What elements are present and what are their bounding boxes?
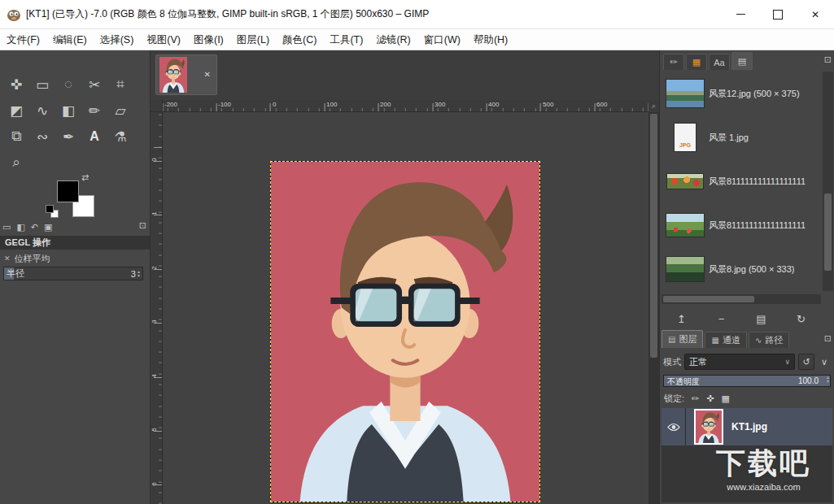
canvas-scrollbar-thumb[interactable] [650,114,657,358]
lock-label: 锁定: [664,393,684,405]
list-item[interactable]: JPG 风景 1.jpg [662,115,821,159]
image-thumbnail [666,173,704,189]
configure-tab-icon[interactable]: ⊡ [824,333,832,344]
horizontal-ruler[interactable]: -200 -100 0 100 200 300 400 500 600 [163,100,648,112]
remove-button[interactable]: − [709,310,735,328]
fonts-tab[interactable]: Aa [709,54,730,70]
menu-item-help[interactable]: 帮助(H) [467,29,514,50]
list-vertical-scrollbar[interactable] [823,72,833,291]
patterns-tab[interactable]: ▦ [686,54,707,70]
ink-tool-button[interactable]: ✒ [55,124,81,150]
list-item[interactable]: 风景8.jpg (500 × 333) [662,247,821,291]
opacity-label: 不透明度 [667,376,700,388]
menu-item-image[interactable]: 图像(I) [187,29,230,50]
refresh-button[interactable]: ↻ [788,310,814,328]
lock-position-icon[interactable]: ✜ [706,393,714,404]
canvas-vertical-scrollbar[interactable] [648,112,659,504]
menu-item-colors[interactable]: 颜色(C) [276,29,323,50]
minimize-button[interactable] [722,0,759,28]
tool-grid: ✜ ▭ ◌ ✂ ⌗ ◩ ∿ ◧ ✏ ▱ ⧉ ∾ ✒ A ⚗ ⌕ [3,72,137,176]
image-tab[interactable]: ✕ [155,54,217,95]
menu-item-file[interactable]: 文件(F) [0,29,46,50]
radius-slider[interactable]: 半径 3 ▴▾ [3,267,143,280]
lock-alpha-icon[interactable]: ▦ [722,393,730,404]
opacity-slider[interactable]: 不透明度 100.0 ▴▾ [663,375,831,387]
list-scrollbar-thumb[interactable] [824,193,832,271]
color-picker-tool-button[interactable]: ⚗ [107,124,133,150]
mode-dropdown[interactable]: 正常 ∨ [684,354,795,370]
warp-tool-button[interactable]: ∿ [29,98,55,124]
tab-paths[interactable]: ∿ 路径 [749,332,789,348]
lock-row: 锁定: ✏ ✜ ▦ [664,392,730,405]
gimp-window: [KT1] (已导入) -7.0 (RGB 颜色 8 位伽马整数, GIMP b… [0,0,834,504]
images-tab[interactable]: ▤ [731,52,753,70]
mode-label: 模式 [663,356,681,368]
ruler-corner[interactable] [151,100,163,112]
raise-views-button[interactable]: ↥ [669,310,695,328]
tool-options-tab-icon[interactable]: ▭ [2,222,11,232]
tab-close-icon[interactable]: ✕ [204,70,211,79]
menu-item-layer[interactable]: 图层(L) [230,29,276,50]
image-thumbnail: JPG [674,123,696,152]
menu-item-filters[interactable]: 滤镜(R) [369,29,417,50]
remove-operation-icon[interactable]: ✕ [4,254,11,263]
close-icon: ✕ [811,9,819,20]
gimp-logo-icon [7,7,21,22]
swap-colors-icon[interactable]: ⇄ [81,172,89,183]
menu-item-select[interactable]: 选择(S) [94,29,141,50]
undo-history-tab-icon[interactable]: ↶ [31,222,38,232]
eraser-tool-button[interactable]: ▱ [107,98,133,124]
rectangle-select-tool-button[interactable]: ▭ [29,72,55,98]
free-select-tool-button[interactable]: ◌ [55,72,81,98]
list-horizontal-scrollbar[interactable] [662,294,821,304]
image-thumbnail [666,256,705,282]
transform-tool-button[interactable]: ◩ [3,98,29,124]
foreground-color-swatch[interactable] [57,180,79,202]
canvas-image[interactable] [270,161,540,502]
minimize-icon [736,14,745,15]
image-tab-thumbnail [159,57,187,93]
menu-item-windows[interactable]: 窗口(W) [417,29,467,50]
crop-tool-button[interactable]: ⌗ [107,72,133,98]
paintbrush-tool-button[interactable]: ✏ [81,98,107,124]
configure-tab-icon[interactable]: ⊡ [139,220,146,231]
mode-history-button[interactable]: ↺ [798,354,814,370]
menu-item-view[interactable]: 视图(V) [140,29,187,50]
default-colors-icon[interactable] [46,205,59,218]
layer-row[interactable]: KT1.jpg [662,408,832,445]
tab-layers[interactable]: ▤ 图层 [662,330,703,348]
maximize-button[interactable] [759,0,797,28]
lock-pixels-icon[interactable]: ✏ [692,393,699,404]
avatar-artwork [270,161,540,502]
mode-options-button[interactable]: ∨ [818,354,831,370]
device-status-tab-icon[interactable]: ◧ [16,222,24,232]
pointer-tab-icon[interactable]: ▣ [44,222,52,232]
move-tool-button[interactable]: ✜ [3,72,29,98]
close-button[interactable]: ✕ [797,0,834,28]
brushes-tab[interactable]: ✏ [663,54,684,70]
image-name: 风景 1.jpg [709,132,749,144]
vertical-ruler[interactable]: 0 1 2 3 4 5 6 [151,112,163,504]
scissors-select-tool-button[interactable]: ✂ [81,72,107,98]
layer-visibility-toggle[interactable] [662,408,686,445]
list-item[interactable]: 风景811111111111111111 [662,203,821,247]
list-hscrollbar-thumb[interactable] [663,296,754,302]
list-item[interactable]: 风景12.jpg (500 × 375) [662,72,821,115]
ruler-zoom-icon[interactable]: ⌕ [648,100,659,112]
bucket-fill-tool-button[interactable]: ◧ [55,98,81,124]
tab-channels[interactable]: ▦ 通道 [705,332,746,348]
smudge-tool-button[interactable]: ∾ [29,124,55,150]
new-display-button[interactable]: ▤ [749,310,775,328]
clone-tool-button[interactable]: ⧉ [3,124,29,150]
images-list: 风景12.jpg (500 × 375) JPG 风景 1.jpg 风景8111… [662,72,821,291]
list-item[interactable]: 风景811111111111111111 [662,159,821,203]
opacity-spinner[interactable]: ▴▾ [827,376,829,384]
configure-tab-icon[interactable]: ⊡ [824,54,832,65]
radius-spinner[interactable]: ▴▾ [138,270,140,278]
text-tool-button[interactable]: A [81,124,107,150]
menu-item-edit[interactable]: 编辑(E) [46,29,94,50]
canvas-viewport[interactable] [163,112,648,504]
zoom-tool-button[interactable]: ⌕ [3,150,29,176]
menu-item-tools[interactable]: 工具(T) [323,29,369,50]
window-controls: ✕ [722,0,834,28]
